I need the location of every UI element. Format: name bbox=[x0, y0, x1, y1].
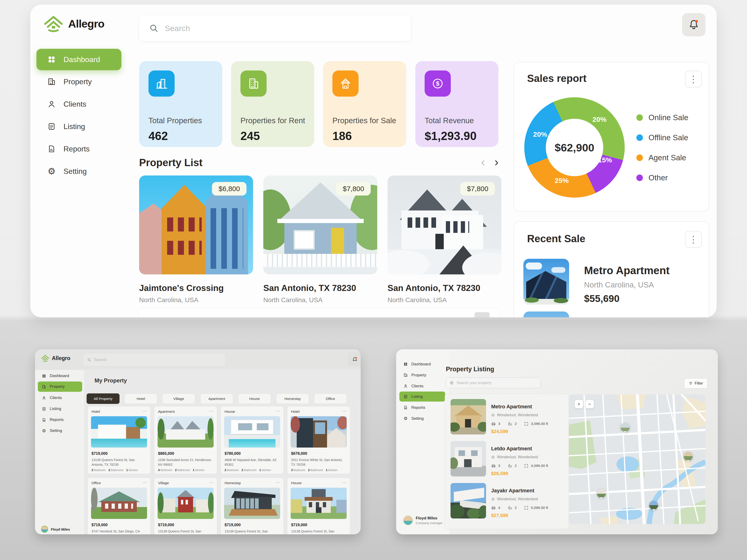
bell-icon bbox=[688, 19, 700, 31]
user-role: Company manager bbox=[416, 521, 443, 525]
person-icon bbox=[47, 100, 56, 108]
dashboard-grid-icon bbox=[42, 374, 46, 378]
filter-chip-all-property[interactable]: All Property bbox=[86, 393, 120, 404]
sidebar-label: Property bbox=[63, 77, 92, 86]
sidebar-item-listing[interactable]: Listing bbox=[36, 116, 121, 137]
sidebar-item-dashboard[interactable]: Dashboard bbox=[36, 49, 121, 70]
card-menu-button[interactable]: ⋯ bbox=[342, 408, 347, 414]
mini-property-card[interactable]: Hotel⋯ $719,000 13138 Queens Forest St, … bbox=[87, 406, 151, 474]
sidebar-item-clients[interactable]: Clients bbox=[36, 93, 121, 115]
bathtub-icon bbox=[508, 463, 512, 468]
sidebar-label: Reports bbox=[63, 145, 89, 153]
legend-item-offline-sale: Offline Sale bbox=[636, 133, 688, 142]
search-input[interactable] bbox=[165, 24, 389, 33]
donut-pct-agent: 25% bbox=[552, 177, 571, 185]
filter-chip-house[interactable]: House bbox=[238, 393, 271, 404]
map-zoom-in-button[interactable]: + bbox=[575, 400, 583, 408]
next-arrow-button[interactable]: › bbox=[491, 157, 502, 167]
price-badge: $7,800 bbox=[460, 182, 495, 195]
filter-chip-apartment[interactable]: Apartment bbox=[200, 393, 233, 404]
sidebar-label: Setting bbox=[63, 167, 87, 176]
card-menu-button[interactable]: ⋯ bbox=[276, 480, 280, 485]
brand-logo: Allegro bbox=[41, 354, 70, 362]
area-expand-icon bbox=[524, 464, 529, 468]
prev-arrow-button[interactable]: ‹ bbox=[478, 157, 488, 167]
search-icon bbox=[87, 358, 91, 362]
sidebar-item-clients[interactable]: Clients bbox=[400, 381, 445, 391]
mini-property-card[interactable]: House⋯ $780,000 4608 W Hayward Ave, Glen… bbox=[221, 406, 284, 474]
location-pin-icon bbox=[491, 455, 495, 459]
filter-chip-hotel[interactable]: Hotel bbox=[124, 393, 157, 404]
filter-chip-homestay[interactable]: Homestay bbox=[276, 393, 309, 404]
price-badge: $7,800 bbox=[336, 182, 371, 195]
mini-property-card[interactable]: Homestay⋯ $719,000 13138 Queens Forest S… bbox=[221, 478, 284, 534]
card-menu-button[interactable]: ⋯ bbox=[143, 408, 147, 414]
area-expand-icon bbox=[524, 506, 529, 510]
search-input[interactable] bbox=[94, 357, 206, 362]
location-search-icon bbox=[449, 381, 454, 385]
mini-property-card[interactable]: Hotel⋯ $678,000 2011 Encino White St, Sa… bbox=[287, 406, 350, 474]
card-menu-button[interactable]: ⋯ bbox=[342, 480, 347, 485]
sidebar-item-reports[interactable]: Reports bbox=[400, 402, 445, 412]
sidebar-item-reports[interactable]: Reports bbox=[38, 415, 82, 425]
filter-chip-office[interactable]: Office bbox=[314, 393, 347, 404]
card-menu-button[interactable]: ⋯ bbox=[209, 480, 213, 485]
card-menu-button[interactable]: ⋯ bbox=[276, 408, 280, 414]
dashboard-grid-icon bbox=[403, 362, 408, 366]
property-name: San Antonio, TX 78230 bbox=[263, 283, 356, 293]
sidebar-item-dashboard[interactable]: Dashboard bbox=[38, 371, 82, 381]
sidebar-item-property[interactable]: Property bbox=[400, 370, 445, 380]
kebab-menu-button[interactable]: ⋮ bbox=[685, 71, 702, 87]
card-menu-button[interactable]: ⋯ bbox=[209, 408, 213, 414]
legend-dot bbox=[636, 155, 643, 161]
sidebar-item-setting[interactable]: ⚙ Setting bbox=[38, 426, 82, 436]
stat-label: Total Properties bbox=[149, 116, 202, 125]
card-photo-green-roof-house bbox=[91, 488, 147, 519]
notifications-button[interactable] bbox=[348, 352, 361, 367]
map-property-marker[interactable] bbox=[597, 489, 606, 498]
sidebar-item-setting[interactable]: ⚙ Setting bbox=[36, 161, 121, 182]
notifications-button[interactable] bbox=[682, 13, 705, 36]
sidebar-item-clients[interactable]: Clients bbox=[38, 393, 82, 403]
card-photo-red-village-house bbox=[158, 488, 213, 519]
map-property-marker[interactable] bbox=[684, 452, 693, 461]
svg-text:$: $ bbox=[436, 80, 440, 87]
search-icon bbox=[149, 23, 159, 33]
donut-pct-online: 20% bbox=[590, 115, 609, 124]
sidebar-item-listing[interactable]: Listing bbox=[38, 404, 82, 414]
recent-sale-photo-glass-building bbox=[523, 259, 569, 304]
mini-property-card[interactable]: House⋯ $719,000 13138 Queens Forest St, … bbox=[287, 478, 350, 534]
map-property-marker[interactable] bbox=[621, 423, 629, 432]
sidebar-item-setting[interactable]: ⚙ Setting bbox=[400, 414, 445, 424]
map-zoom-out-button[interactable]: − bbox=[586, 400, 594, 408]
filter-button[interactable]: Filter bbox=[684, 378, 707, 389]
sidebar-item-property[interactable]: Property bbox=[36, 71, 121, 92]
card-menu-button[interactable]: ⋯ bbox=[143, 480, 147, 485]
property-photo-blue-cottage: $7,800 bbox=[263, 176, 377, 274]
property-search bbox=[446, 377, 541, 388]
funnel-icon bbox=[689, 381, 693, 385]
sidebar-item-property[interactable]: Property bbox=[38, 381, 82, 392]
map-panel[interactable]: + − bbox=[569, 394, 705, 524]
user-profile[interactable]: Floyd Miles Company manager bbox=[403, 515, 443, 525]
sidebar-item-dashboard[interactable]: Dashboard bbox=[400, 359, 445, 369]
allegro-house-icon bbox=[41, 354, 50, 362]
card-photo-gray-cottage bbox=[158, 416, 213, 448]
house-icon bbox=[332, 71, 359, 97]
sidebar-item-reports[interactable]: Reports bbox=[36, 138, 121, 160]
global-search bbox=[139, 16, 411, 41]
mini-property-card[interactable]: Apartment⋯ $865,000 1036 Secluded Acres … bbox=[154, 406, 217, 474]
map-property-marker[interactable] bbox=[649, 501, 658, 510]
my-property-app-window: Allegro Dashboard Property Clients Listi… bbox=[35, 349, 361, 534]
kebab-menu-button[interactable]: ⋮ bbox=[685, 231, 702, 248]
mini-property-card[interactable]: Office⋯ $719,000 3747 Hemlock St, San Di… bbox=[87, 478, 151, 534]
property-search-input[interactable] bbox=[457, 381, 534, 385]
buildings-chart-icon bbox=[149, 71, 175, 97]
sidebar-item-listing[interactable]: Listing bbox=[400, 392, 445, 402]
mini-property-card[interactable]: Village⋯ $719,000 13138 Queens Forest St… bbox=[154, 478, 217, 534]
user-profile[interactable]: Floyd Miles bbox=[41, 526, 70, 533]
document-lines-icon bbox=[42, 407, 46, 411]
property-photo-colorful-houses: $6,800 bbox=[139, 176, 253, 274]
listing-photo-white-modern-house bbox=[450, 441, 486, 477]
filter-chip-village[interactable]: Village bbox=[162, 393, 195, 404]
